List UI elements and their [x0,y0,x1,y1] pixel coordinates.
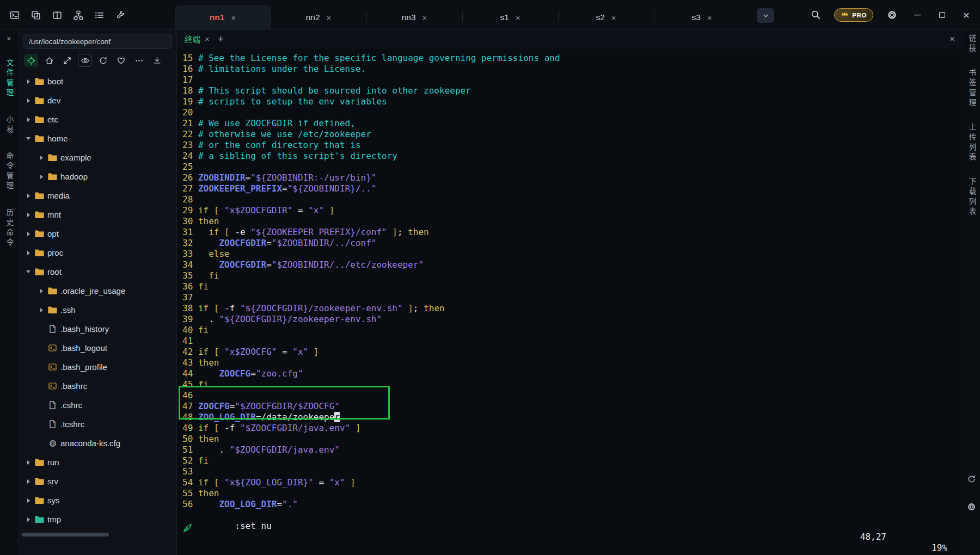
session-tab-s1[interactable]: s1× [462,5,558,30]
tree-item-label: .cshrc [60,400,82,410]
tree-item-tmp[interactable]: tmp [19,510,176,529]
tree-item-run[interactable]: run [19,453,176,472]
wrench-icon[interactable] [113,7,129,23]
tree-item-example[interactable]: example [19,148,176,167]
chevron-right-icon[interactable] [37,289,46,293]
tree-item-home[interactable]: home [19,129,176,148]
tree-item-srv[interactable]: srv [19,472,176,491]
home-icon[interactable] [42,54,56,67]
terminal-tab[interactable]: 终端 × [185,33,210,45]
tree-item-proc[interactable]: proc [19,243,176,262]
right-rail-tab-链接[interactable]: 链接 [966,34,977,54]
refresh-icon[interactable] [96,54,110,67]
right-rail-tab-书签管理[interactable]: 书签管理 [966,69,977,109]
path-row [19,30,176,51]
close-icon[interactable]: × [231,13,236,22]
chevron-right-icon[interactable] [24,98,33,103]
tree-item-dev[interactable]: dev [19,91,176,110]
right-rail-tab-下载列表[interactable]: 下载列表 [966,177,977,218]
more-icon[interactable] [132,54,146,67]
session-tab-nn3[interactable]: nn3× [366,5,462,30]
left-rail-tab-历史命令[interactable]: 历史命令 [4,208,15,249]
close-icon[interactable]: × [707,13,712,22]
session-tab-nn2[interactable]: nn2× [271,5,366,30]
chevron-right-icon[interactable] [24,232,33,236]
tree-item-label: sys [47,496,60,505]
tree-item-anaconda-ks.cfg[interactable]: anaconda-ks.cfg [19,434,176,453]
chevron-right-icon[interactable] [24,118,33,122]
close-icon[interactable]: × [611,13,616,22]
tree-item-.bashrc[interactable]: .bashrc [19,377,176,396]
tree-item-hadoop[interactable]: hadoop [19,167,176,186]
tree-item-.cshrc[interactable]: .cshrc [19,396,176,415]
horizontal-scrollbar[interactable] [22,533,109,536]
tree-item-sys[interactable]: sys [19,491,176,510]
tab-list-dropdown-button[interactable] [757,8,774,23]
chevron-down-icon[interactable] [24,270,33,273]
chevron-right-icon[interactable] [24,251,33,255]
tree-item-label: opt [47,229,59,238]
chevron-right-icon[interactable] [24,498,33,503]
close-icon[interactable]: × [516,13,520,22]
chevron-down-icon[interactable] [24,137,33,140]
tree-item-boot[interactable]: boot [19,72,176,91]
tree-item-root[interactable]: root [19,262,176,281]
tree-item-.oracle_jre_usage[interactable]: .oracle_jre_usage [19,281,176,300]
right-rail-tab-上传列表[interactable]: 上传列表 [966,123,977,163]
resize-icon[interactable] [60,54,74,67]
tree-item-.bash_history[interactable]: .bash_history [19,319,176,338]
tree-item-opt[interactable]: opt [19,224,176,243]
path-input[interactable] [23,34,172,49]
left-rail-tab-命令管理[interactable]: 命令管理 [4,152,15,192]
chevron-right-icon[interactable] [24,79,33,84]
close-button[interactable]: × [959,8,973,22]
session-tab-nn1[interactable]: nn1× [175,5,271,30]
maximize-button[interactable] [935,8,949,22]
chevron-right-icon[interactable] [24,213,33,217]
tree-item-.bash_profile[interactable]: .bash_profile [19,357,176,377]
settings-gear-icon[interactable] [884,7,900,23]
session-tab-s3[interactable]: s3× [654,5,750,30]
favorite-icon[interactable] [114,54,128,67]
tree-item-.tcshrc[interactable]: .tcshrc [19,415,176,434]
terminal-tab-close-icon[interactable]: × [205,34,210,44]
collapse-file-panel-button[interactable]: × [7,34,11,42]
left-rail-tab-小易[interactable]: 小易 [4,115,15,135]
session-tab-s2[interactable]: s2× [558,5,654,30]
close-icon[interactable]: × [422,13,427,22]
locate-icon[interactable] [24,54,38,67]
list-icon[interactable] [91,7,108,23]
chevron-right-icon[interactable] [37,175,46,179]
copy-icon[interactable] [28,7,44,23]
search-icon[interactable] [807,7,824,23]
terminal-screen[interactable]: 15# See the License for the specific lan… [177,48,963,555]
chevron-right-icon[interactable] [24,479,33,484]
terminal-icon[interactable] [7,7,23,23]
sitemap-icon[interactable] [70,7,87,23]
download-icon[interactable] [150,54,164,67]
tree-item-label: tmp [47,515,61,524]
chevron-right-icon[interactable] [37,156,46,160]
refresh-icon[interactable] [967,474,976,486]
eye-icon[interactable] [78,54,92,67]
titlebar-icons [7,0,129,30]
close-icon[interactable]: × [327,13,332,22]
terminal-panel-close-icon[interactable]: × [950,34,955,45]
tree-item-.ssh[interactable]: .ssh [19,300,176,319]
tree-item-.bash_logout[interactable]: .bash_logout [19,338,176,357]
tree-item-label: dev [47,96,60,105]
pen-icon[interactable] [182,523,193,536]
gear-icon[interactable] [967,502,976,514]
chevron-right-icon[interactable] [24,460,33,465]
tree-item-media[interactable]: media [19,186,176,205]
chevron-right-icon[interactable] [24,194,33,198]
tree-item-mnt[interactable]: mnt [19,205,176,224]
split-layout-icon[interactable] [49,7,65,23]
left-rail-tab-文件管理[interactable]: 文件管理 [4,59,15,99]
pro-badge[interactable]: PRO [834,8,873,22]
new-terminal-button[interactable]: + [218,33,224,45]
chevron-right-icon[interactable] [37,308,46,312]
tree-item-etc[interactable]: etc [19,110,176,129]
minimize-button[interactable]: ─ [910,8,924,22]
chevron-right-icon[interactable] [24,517,33,522]
